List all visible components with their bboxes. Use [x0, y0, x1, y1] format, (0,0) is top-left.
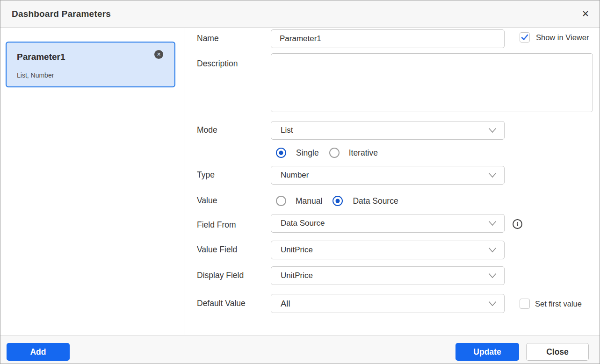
chevron-down-icon	[488, 172, 497, 178]
show-in-viewer-checkbox[interactable]	[520, 32, 530, 43]
single-radio-label[interactable]: Single	[296, 148, 319, 158]
display-field-select-value: UnitPrice	[281, 271, 313, 280]
value-radio-group: Manual Data Source	[276, 196, 398, 206]
show-in-viewer-label: Show in Viewer	[536, 33, 589, 42]
show-in-viewer-group: Show in Viewer	[520, 32, 589, 43]
set-first-value-group: Set first value	[520, 299, 582, 309]
chevron-down-icon	[488, 301, 497, 307]
value-field-select-value: UnitPrice	[281, 245, 313, 255]
parameter-card-title: Parameter1	[17, 52, 65, 62]
close-icon[interactable]: ✕	[579, 7, 592, 21]
mode-radio-group: Single Iterative	[276, 148, 378, 158]
manual-radio-label[interactable]: Manual	[296, 196, 322, 206]
value-field-label: Value Field	[197, 244, 237, 255]
close-button[interactable]: Close	[526, 343, 589, 361]
chevron-down-icon	[488, 247, 497, 253]
mode-select[interactable]: List	[271, 121, 505, 140]
field-from-label: Field From	[197, 219, 236, 230]
set-first-value-label: Set first value	[535, 300, 582, 308]
default-value-select[interactable]: All	[271, 294, 505, 313]
parameter-card[interactable]: Parameter1 List, Number ✕	[6, 42, 175, 87]
mode-label: Mode	[197, 124, 217, 136]
checkmark-icon	[521, 34, 528, 41]
chevron-down-icon	[488, 128, 497, 133]
title-bar: Dashboard Parameters ✕	[0, 0, 600, 28]
dashboard-parameters-dialog: Dashboard Parameters ✕ Parameter1 List, …	[0, 0, 600, 364]
parameter-card-meta: List, Number	[17, 71, 54, 79]
mode-select-value: List	[281, 126, 293, 135]
update-button[interactable]: Update	[455, 343, 519, 361]
manual-radio[interactable]	[276, 196, 286, 206]
info-icon[interactable]: i	[513, 219, 522, 229]
iterative-radio-label[interactable]: Iterative	[349, 148, 378, 158]
type-select-value: Number	[281, 171, 309, 180]
parameter-list-panel: Parameter1 List, Number ✕	[0, 28, 185, 335]
type-label: Type	[197, 169, 215, 180]
value-field-select[interactable]: UnitPrice	[271, 241, 505, 259]
display-field-select[interactable]: UnitPrice	[271, 266, 505, 285]
iterative-radio[interactable]	[329, 148, 340, 158]
data-source-radio[interactable]	[333, 196, 343, 206]
data-source-radio-label[interactable]: Data Source	[353, 196, 398, 206]
dialog-title: Dashboard Parameters	[12, 9, 111, 19]
parameter-form: Name Show in Viewer Description Mode Lis…	[186, 28, 600, 335]
chevron-down-icon	[488, 221, 497, 226]
name-label: Name	[197, 33, 219, 44]
default-value-select-value: All	[281, 299, 290, 309]
delete-parameter-icon[interactable]: ✕	[154, 50, 163, 59]
set-first-value-checkbox[interactable]	[520, 299, 530, 309]
field-from-select[interactable]: Data Source	[271, 214, 505, 233]
default-value-label: Default Value	[197, 298, 246, 309]
type-select[interactable]: Number	[271, 166, 505, 185]
footer-bar: Add Update Close	[0, 335, 600, 364]
description-label: Description	[197, 58, 238, 69]
chevron-down-icon	[488, 273, 497, 278]
field-from-select-value: Data Source	[281, 219, 325, 228]
display-field-label: Display Field	[197, 270, 244, 281]
value-label: Value	[197, 195, 217, 206]
single-radio[interactable]	[276, 148, 286, 158]
name-input[interactable]	[271, 29, 505, 48]
description-textarea[interactable]	[271, 53, 593, 112]
add-button[interactable]: Add	[7, 343, 70, 361]
